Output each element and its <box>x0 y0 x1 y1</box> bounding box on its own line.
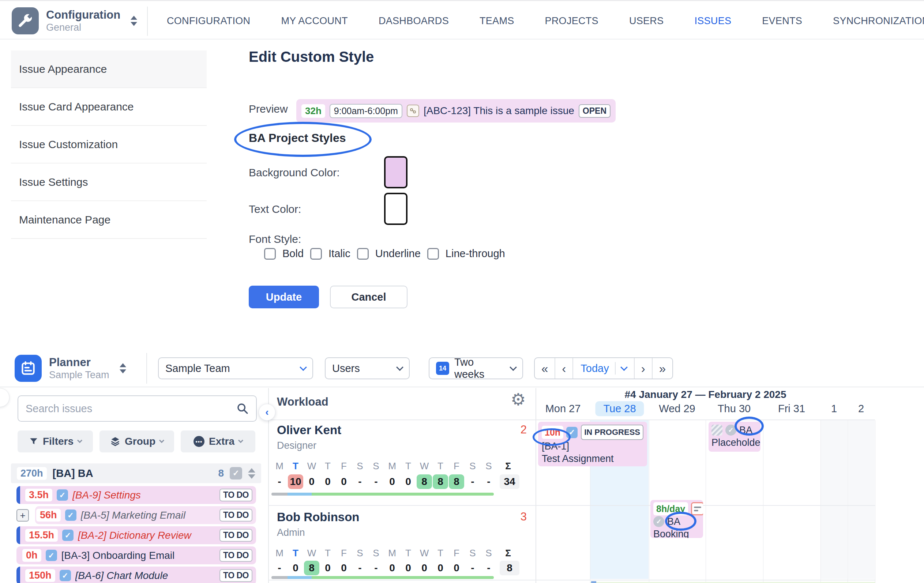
nav-item-issues[interactable]: ISSUES <box>694 15 731 27</box>
issue-preview: 32h 9:00am-6:00pm [ABC-123] This is a sa… <box>296 99 615 122</box>
day-header-wed[interactable]: Wed 29 <box>659 403 695 415</box>
issue-row-ba9[interactable]: 3.5h ✓ [BA-9] Settings TO DO <box>16 486 256 504</box>
italic-label[interactable]: Italic <box>328 248 350 260</box>
scheduled-calendar-icon[interactable]: ✓ <box>230 467 242 479</box>
background-color-label: Background Color: <box>249 166 340 179</box>
extra-button[interactable]: ••• Extra <box>181 430 255 453</box>
project-group-row[interactable]: 270h [BA] BA 8 ✓ <box>11 463 261 483</box>
settings-sidebar: Issue Appearance Issue Card Appearance I… <box>11 51 207 239</box>
person-name[interactable]: Bob Robinson <box>277 510 359 524</box>
issue-row-ba5[interactable]: + 56h ✓ [BA-5] Marketing Email TO DO <box>16 506 256 524</box>
issue-checkbox[interactable]: ✓ <box>46 550 57 561</box>
person-name[interactable]: Oliver Kent <box>277 423 341 437</box>
team-select-value: Sample Team <box>165 362 295 374</box>
view-mode-select[interactable]: Users <box>325 357 410 379</box>
sidebar-item-issue-appearance[interactable]: Issue Appearance <box>11 51 207 88</box>
timeline-card-booking[interactable]: 8h/day ✓ BA Booking <box>650 500 703 538</box>
bold-checkbox[interactable] <box>264 248 276 260</box>
jump-back-button[interactable]: ‹ <box>554 358 573 379</box>
full-load-value: 8 <box>304 561 319 575</box>
issue-checkbox[interactable]: ✓ <box>59 570 71 581</box>
sort-icon[interactable] <box>248 468 255 479</box>
app-switcher[interactable]: Configuration General <box>12 7 137 35</box>
nav-item-synchronization[interactable]: SYNCHRONIZATION <box>833 15 924 27</box>
team-select[interactable]: Sample Team <box>158 357 313 379</box>
nav-item-users[interactable]: USERS <box>629 15 664 27</box>
gridline <box>875 420 875 583</box>
full-load-value: 8 <box>433 474 448 489</box>
calendar-icon <box>20 360 36 376</box>
group-count: 8 <box>218 468 224 479</box>
nav-item-configuration[interactable]: CONFIGURATION <box>167 15 250 27</box>
nav-item-events[interactable]: EVENTS <box>762 15 802 27</box>
wrench-icon <box>18 13 33 28</box>
timeline-card-placeholder[interactable]: ✓ BA Placeholder <box>709 422 761 452</box>
day-header-fri[interactable]: Fri 31 <box>778 403 805 415</box>
sidebar-item-issue-settings[interactable]: Issue Settings <box>11 163 207 201</box>
sidebar-collapse-button[interactable]: ‹ <box>259 404 276 421</box>
panel-divider <box>536 388 536 583</box>
planner-app-switcher[interactable]: Planner Sample Team <box>15 355 126 382</box>
day-header-thu[interactable]: Thu 30 <box>718 403 751 415</box>
text-color-label[interactable]: Text Color: <box>249 203 301 216</box>
nav-item-projects[interactable]: PROJECTS <box>544 15 598 27</box>
issue-checkbox[interactable]: ✓ <box>57 489 68 501</box>
bold-label[interactable]: Bold <box>282 248 304 260</box>
card-checkbox[interactable]: ✓ <box>566 427 578 438</box>
jump-far-forward-button[interactable]: » <box>652 358 672 379</box>
divider <box>268 420 875 420</box>
jump-far-back-button[interactable]: « <box>535 358 554 379</box>
preview-status-badge: OPEN <box>579 104 610 118</box>
text-color-swatch[interactable] <box>384 193 408 225</box>
day-header-tue-today[interactable]: Tue 28 <box>595 401 644 416</box>
gear-icon[interactable]: ⚙ <box>511 391 526 408</box>
divider <box>615 362 615 374</box>
timespan-select[interactable]: 14 Two weeks <box>429 357 523 379</box>
today-button[interactable]: Today <box>581 362 609 374</box>
underline-label[interactable]: Underline <box>375 248 421 260</box>
issue-checkbox[interactable]: ✓ <box>62 530 74 541</box>
timeline-card-test-assignment[interactable]: 10h ✓ IN PROGRESS [BA-1] Test Assignment <box>538 422 647 466</box>
day-header-sun[interactable]: 2 <box>858 403 864 415</box>
priority-bar <box>16 567 20 583</box>
double-chevron-left-icon: « <box>541 362 548 374</box>
today-button-group: Today <box>573 358 634 379</box>
panel-collapse-handle[interactable] <box>0 388 10 407</box>
italic-checkbox[interactable] <box>310 248 322 260</box>
line-through-label[interactable]: Line-through <box>446 248 505 260</box>
nav-item-dashboards[interactable]: DASHBOARDS <box>379 15 449 27</box>
search-input[interactable] <box>26 403 236 415</box>
expand-button[interactable]: + <box>16 509 29 522</box>
background-color-swatch[interactable] <box>384 156 408 188</box>
planner-switcher-chevrons-icon[interactable] <box>120 363 126 374</box>
status-badge: TO DO <box>219 549 252 562</box>
weekend-column <box>848 420 874 579</box>
issue-row-ba2[interactable]: 15.5h ✓ [BA-2] Dictionary Review TO DO <box>16 526 256 544</box>
sidebar-item-issue-card-appearance[interactable]: Issue Card Appearance <box>11 88 207 126</box>
group-button[interactable]: Group <box>99 430 174 453</box>
update-button[interactable]: Update <box>249 286 319 308</box>
jump-forward-button[interactable]: › <box>634 358 652 379</box>
total-value: 8 <box>500 561 520 575</box>
day-header-mon[interactable]: Mon 27 <box>545 403 581 415</box>
app-switcher-chevrons-icon[interactable] <box>130 16 137 26</box>
line-through-checkbox[interactable] <box>427 248 439 260</box>
today-dropdown-chevron-icon[interactable] <box>620 364 628 371</box>
issue-hours-badge: 15.5h <box>25 529 58 542</box>
card-summary: Placeholder <box>711 436 761 449</box>
issue-row-ba3[interactable]: 0h ✓ [BA-3] Onboarding Email TO DO <box>16 547 256 564</box>
nav-item-my-account[interactable]: MY ACCOUNT <box>281 15 348 27</box>
issue-row-ba6[interactable]: 150h ✓ [BA-6] Chart Module TO DO <box>16 567 256 583</box>
search-box <box>18 395 257 422</box>
cancel-button[interactable]: Cancel <box>330 286 408 308</box>
day-header-sat[interactable]: 1 <box>831 403 837 415</box>
nav-item-teams[interactable]: TEAMS <box>480 15 514 27</box>
full-load-value: 8 <box>449 474 464 489</box>
status-badge: TO DO <box>219 489 252 501</box>
filters-button[interactable]: Filters <box>18 430 93 453</box>
underline-checkbox[interactable] <box>357 248 369 260</box>
view-mode-value: Users <box>332 362 392 374</box>
sidebar-item-issue-customization[interactable]: Issue Customization <box>11 126 207 163</box>
sidebar-item-maintenance-page[interactable]: Maintenance Page <box>11 201 207 239</box>
issue-checkbox[interactable]: ✓ <box>65 509 76 521</box>
